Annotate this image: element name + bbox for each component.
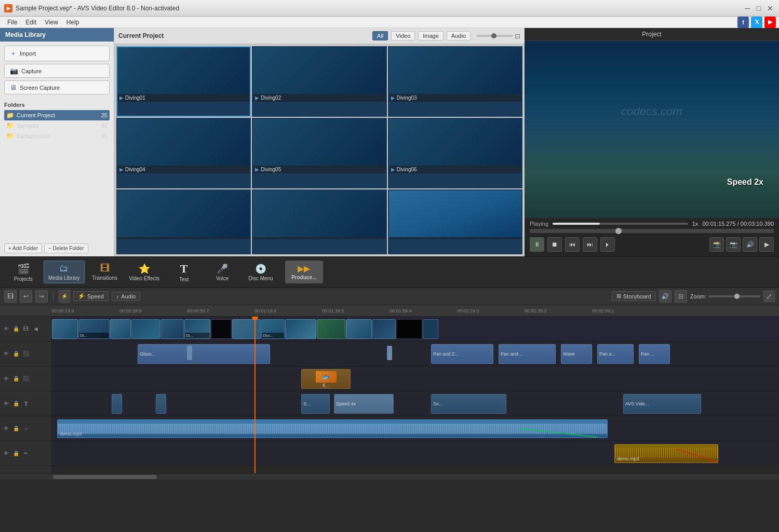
minimize-button[interactable]: ─	[743, 4, 752, 13]
media-item-diving03[interactable]: ▶Diving03	[388, 46, 522, 117]
video-clip[interactable]: Divi...	[261, 319, 285, 339]
display-btn[interactable]: ⊟	[675, 290, 687, 303]
text-clip-s[interactable]: S...	[301, 394, 330, 414]
prev-frame-button[interactable]: ⏮	[565, 237, 580, 252]
menu-edit[interactable]: Edit	[21, 18, 41, 27]
media-item-diving04[interactable]: ▶Diving04	[116, 118, 251, 188]
eye-icon[interactable]: 👁	[2, 400, 10, 408]
text-clip-1[interactable]	[112, 394, 122, 414]
transitions-tool[interactable]: 🎞 Transitions	[87, 261, 123, 283]
lock-icon[interactable]: 🔒	[12, 350, 20, 358]
brush-icon[interactable]: ✏	[22, 449, 30, 458]
stop-button[interactable]: ⏹	[547, 237, 562, 252]
text-clip-speed4x[interactable]: Speed 4x	[334, 394, 394, 414]
effect-clip-pan2[interactable]: Pan a...	[597, 344, 634, 364]
video-clip[interactable]	[160, 319, 184, 339]
voice-tool[interactable]: 🎤 Voice	[204, 261, 240, 283]
overlay-clip-fish[interactable]: 🐟 fi...	[301, 369, 351, 389]
speed-label-btn[interactable]: ⚡ Speed	[73, 291, 109, 301]
media-item-diving07[interactable]	[116, 189, 251, 254]
scrollbar-thumb[interactable]	[53, 475, 157, 479]
audio-clip-demo[interactable]: demo.mp3	[57, 419, 608, 438]
video-clip[interactable]	[232, 319, 261, 339]
storyboard-button[interactable]: ⊞ Storyboard	[612, 291, 656, 301]
filter-all-button[interactable]: All	[372, 31, 388, 40]
menu-help[interactable]: Help	[62, 18, 84, 27]
preview-timeline-bar[interactable]	[553, 223, 688, 225]
video-clip[interactable]	[131, 319, 160, 339]
volume-button[interactable]: 🔊	[743, 237, 757, 252]
eye-icon[interactable]: 👁	[2, 325, 10, 333]
next-frame-button[interactable]: ⏭	[583, 237, 597, 252]
video-clip[interactable]: Di...	[78, 319, 110, 339]
produce-tool[interactable]: ▶▶ Produce...	[285, 261, 323, 283]
folder-backgrounds[interactable]: 📁 Backgrounds 65	[4, 131, 110, 141]
video-clip[interactable]	[110, 319, 131, 339]
folder-current-project[interactable]: 📁 Current Project 25	[4, 110, 110, 120]
media-item-diving02[interactable]: ▶Diving02	[252, 46, 386, 117]
track-content[interactable]: Di... Di... Divi...	[52, 317, 779, 473]
capture-button[interactable]: 📷 Capture	[4, 64, 110, 78]
media-library-tool[interactable]: 🗂 Media Library	[44, 261, 85, 283]
audio-track-icon[interactable]: ◀	[32, 325, 40, 333]
disc-menu-tool[interactable]: 💿 Disc Menu	[243, 261, 279, 283]
close-button[interactable]: ✕	[765, 4, 775, 13]
video-clip[interactable]	[372, 319, 396, 339]
screenshot-button[interactable]: 📸	[709, 237, 724, 252]
lock-icon[interactable]: 🔒	[12, 375, 20, 383]
film-icon[interactable]: 🎞	[22, 325, 30, 333]
video-clip[interactable]	[317, 319, 345, 339]
effect-clip-wave[interactable]: Wave	[561, 344, 592, 364]
media-item-diving09[interactable]	[388, 189, 522, 254]
projects-tool[interactable]: 🎬 Projects	[5, 261, 42, 284]
expand-timeline-button[interactable]: ⤢	[763, 291, 775, 302]
eye-icon[interactable]: 👁	[2, 425, 10, 433]
screen-capture-button[interactable]: 🖥 Screen Capture	[4, 80, 110, 94]
menu-file[interactable]: File	[3, 18, 21, 27]
add-folder-button[interactable]: + Add Folder	[4, 243, 42, 253]
effect-clip-pan[interactable]: Pan and ...	[499, 344, 556, 364]
redo-button[interactable]: ↪	[35, 290, 48, 303]
youtube-button[interactable]: ▶	[764, 17, 776, 28]
zoom-bar[interactable]	[708, 295, 760, 297]
text-clip-so[interactable]: So...	[431, 394, 506, 414]
effect-marker[interactable]	[187, 346, 192, 360]
video-clip[interactable]	[346, 319, 372, 339]
video-effects-tool[interactable]: ⭐ Video Effects	[125, 261, 164, 283]
overlay-icon[interactable]: ⬛	[22, 375, 30, 383]
audio-settings-btn[interactable]: 🔊	[659, 290, 671, 303]
filter-video-button[interactable]: Video	[391, 31, 415, 40]
play-button[interactable]: ⏵	[600, 237, 615, 252]
text-clip-2[interactable]	[156, 394, 166, 414]
eye-icon[interactable]: 👁	[2, 350, 10, 358]
media-item-diving08[interactable]	[252, 189, 386, 254]
import-button[interactable]: ＋ Import	[4, 46, 110, 61]
pause-button[interactable]: ⏸	[530, 237, 544, 252]
filter-audio-button[interactable]: Audio	[447, 31, 471, 40]
filter-image-button[interactable]: Image	[418, 31, 444, 40]
video-clip[interactable]: Di...	[184, 319, 210, 339]
zoom-slider[interactable]: ⊡	[477, 32, 520, 40]
preview-seek-bar[interactable]	[530, 229, 774, 233]
audio-clip-demo2[interactable]: demo.mp3	[614, 444, 718, 463]
zoom-icon[interactable]: ⊡	[515, 32, 520, 40]
delete-folder-button[interactable]: − Delete Folder	[44, 243, 88, 253]
lock-icon[interactable]: 🔒	[12, 325, 20, 333]
menu-view[interactable]: View	[41, 18, 62, 27]
effect-clip-pan-zoom[interactable]: Pan and Z...	[431, 344, 493, 364]
effect-marker[interactable]	[387, 346, 392, 360]
camera-button[interactable]: 📷	[726, 237, 741, 252]
eye-icon[interactable]: 👁	[2, 449, 10, 458]
folder-samples[interactable]: 📁 Samples 31	[4, 120, 110, 131]
settings-button[interactable]: ▶	[759, 237, 774, 252]
video-clip[interactable]	[52, 319, 78, 339]
eye-icon[interactable]: 👁	[2, 375, 10, 383]
lock-icon[interactable]: 🔒	[12, 425, 20, 433]
video-clip[interactable]	[211, 319, 232, 339]
media-item-diving05[interactable]: ▶Diving05	[252, 118, 386, 188]
maximize-button[interactable]: □	[754, 4, 763, 13]
lock-icon[interactable]: 🔒	[12, 449, 20, 458]
media-item-diving06[interactable]: ▶Diving06	[388, 118, 522, 188]
text-track-icon[interactable]: T	[22, 400, 30, 408]
filmstrip-button[interactable]: 🎞	[4, 290, 17, 303]
